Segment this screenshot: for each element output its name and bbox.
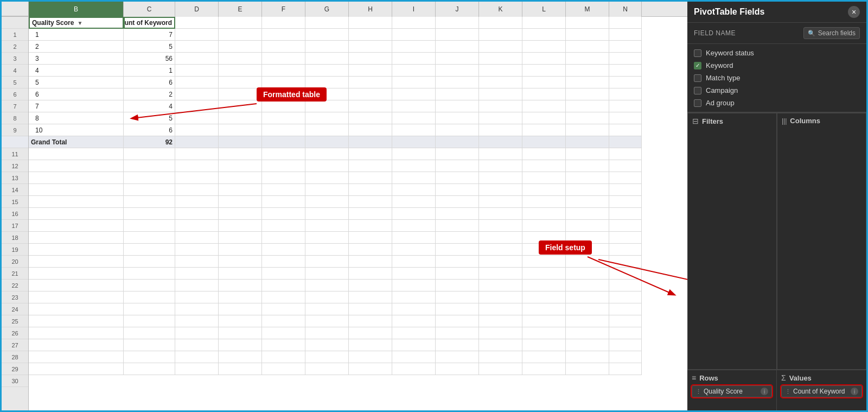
empty-row — [29, 208, 687, 220]
col-header-d[interactable]: D — [175, 2, 219, 17]
row-num-24: 24 — [2, 303, 28, 315]
table-row: 7 4 — [29, 100, 687, 112]
keyword-status-checkbox[interactable] — [694, 49, 701, 57]
close-icon: × — [852, 8, 856, 16]
field-item-ad-group[interactable]: Ad group — [694, 97, 860, 109]
count-keyword-pill-info[interactable]: i — [851, 388, 858, 395]
col-header-l[interactable]: L — [522, 2, 566, 17]
match-type-checkbox[interactable] — [694, 74, 701, 82]
field-item-match-type[interactable]: Match type — [694, 72, 860, 84]
field-item-keyword[interactable]: ✓ Keyword — [694, 60, 860, 71]
field-item-keyword-status[interactable]: Keyword status — [694, 47, 860, 59]
filters-title: Filters — [702, 117, 723, 125]
empty-row — [29, 148, 687, 160]
ad-group-checkbox[interactable] — [694, 99, 701, 107]
column-headers: B C D E F G H I J K L M N — [2, 2, 687, 17]
col-header-c[interactable]: C — [124, 2, 175, 17]
keyword-checkbox[interactable]: ✓ — [694, 62, 701, 69]
search-fields-box[interactable]: 🔍 Search fields — [803, 27, 860, 39]
count-4: 1 — [124, 65, 175, 77]
row-num-18: 18 — [2, 232, 28, 244]
panel-header: PivotTable Fields × — [687, 2, 866, 23]
col-header-b[interactable]: B — [29, 2, 124, 17]
ad-group-label: Ad group — [706, 99, 735, 107]
count-keyword-pill[interactable]: ⋮ Count of Keyword i — [781, 385, 862, 397]
empty-row — [29, 280, 687, 291]
row-num-23: 23 — [2, 291, 28, 303]
field-item-campaign[interactable]: Campaign — [694, 85, 860, 96]
row-num-7: 7 — [2, 100, 28, 112]
count-7: 4 — [124, 100, 175, 112]
count-header-text: Count of Keyword — [124, 19, 172, 27]
col-header-m[interactable]: M — [566, 2, 609, 17]
row-num-16: 16 — [2, 208, 28, 220]
filter-icon[interactable]: ▼ — [77, 20, 82, 26]
qs-8: 8 — [29, 112, 124, 124]
cell-h-header — [349, 17, 392, 29]
qs-2: 2 — [29, 41, 124, 53]
table-row: 10 6 — [29, 124, 687, 136]
grid-body: 1 2 3 4 5 6 7 8 9 11 12 13 14 15 16 17 1… — [2, 17, 687, 410]
col-header-n[interactable]: N — [609, 2, 642, 17]
row-num-4: 4 — [2, 65, 28, 77]
empty-row — [29, 172, 687, 184]
bottom-sections: ≡ Rows ⋮ Quality Score i Σ — [687, 370, 866, 410]
empty-row — [29, 339, 687, 351]
col-header-i[interactable]: I — [392, 2, 436, 17]
grand-total-value: 92 — [124, 136, 175, 148]
qs-6: 6 — [29, 88, 124, 100]
panel-title: PivotTable Fields — [694, 7, 764, 17]
campaign-label: Campaign — [706, 86, 738, 94]
pill-drag-icon: ⋮ — [695, 388, 701, 395]
columns-section: ||| Columns — [777, 113, 866, 370]
values-section: Σ Values ⋮ Count of Keyword i — [777, 370, 866, 410]
row-num-header — [2, 17, 28, 29]
pivot-panel: PivotTable Fields × FIELD NAME 🔍 Search … — [687, 2, 866, 410]
rows-body: ⋮ Quality Score i — [692, 385, 772, 407]
col-header-f[interactable]: F — [262, 2, 305, 17]
cell-k-header — [479, 17, 522, 29]
row-num-26: 26 — [2, 327, 28, 339]
campaign-checkbox[interactable] — [694, 87, 701, 94]
row-num-8: 8 — [2, 112, 28, 124]
keyword-status-label: Keyword status — [706, 49, 754, 57]
fields-list: Keyword status ✓ Keyword Match type Camp… — [687, 44, 866, 112]
table-row: 4 1 — [29, 65, 687, 77]
cell-i-header — [392, 17, 436, 29]
table-row: 2 5 — [29, 41, 687, 53]
count-1: 7 — [124, 29, 175, 41]
filters-section: ⊟ Filters — [687, 113, 777, 370]
count-3: 56 — [124, 53, 175, 65]
row-num-30: 30 — [2, 375, 28, 387]
empty-row — [29, 256, 687, 268]
row-num-15: 15 — [2, 196, 28, 208]
col-header-e[interactable]: E — [219, 2, 262, 17]
quality-score-pill[interactable]: ⋮ Quality Score i — [692, 385, 772, 397]
checkmark-icon: ✓ — [695, 62, 700, 68]
quality-score-header-text: Quality Score — [32, 19, 74, 27]
columns-body — [782, 128, 861, 366]
col-header-g[interactable]: G — [305, 2, 349, 17]
cell-l-header — [522, 17, 566, 29]
sections-grid: ⊟ Filters ||| Columns — [687, 112, 866, 370]
empty-row — [29, 291, 687, 303]
row-num-20: 20 — [2, 256, 28, 268]
row-numbers: 1 2 3 4 5 6 7 8 9 11 12 13 14 15 16 17 1… — [2, 17, 29, 410]
info-icon: i — [764, 389, 765, 395]
pivot-header-row: Quality Score ▼ Count of Keyword — [29, 17, 687, 29]
count-10: 6 — [124, 124, 175, 136]
quality-score-pill-info[interactable]: i — [761, 388, 768, 395]
pivot-header-quality-score[interactable]: Quality Score ▼ — [29, 17, 124, 29]
col-header-k[interactable]: K — [479, 2, 522, 17]
count-2: 5 — [124, 41, 175, 53]
qs-1: 1 — [29, 29, 124, 41]
columns-title: Columns — [790, 117, 820, 125]
row-num-6: 6 — [2, 88, 28, 100]
empty-row — [29, 303, 687, 315]
col-header-j[interactable]: J — [436, 2, 479, 17]
col-header-h[interactable]: H — [349, 2, 392, 17]
grand-total-row: Grand Total 92 — [29, 136, 687, 148]
panel-close-button[interactable]: × — [848, 6, 860, 18]
table-row: 6 2 — [29, 88, 687, 100]
row-num-1: 1 — [2, 29, 28, 41]
